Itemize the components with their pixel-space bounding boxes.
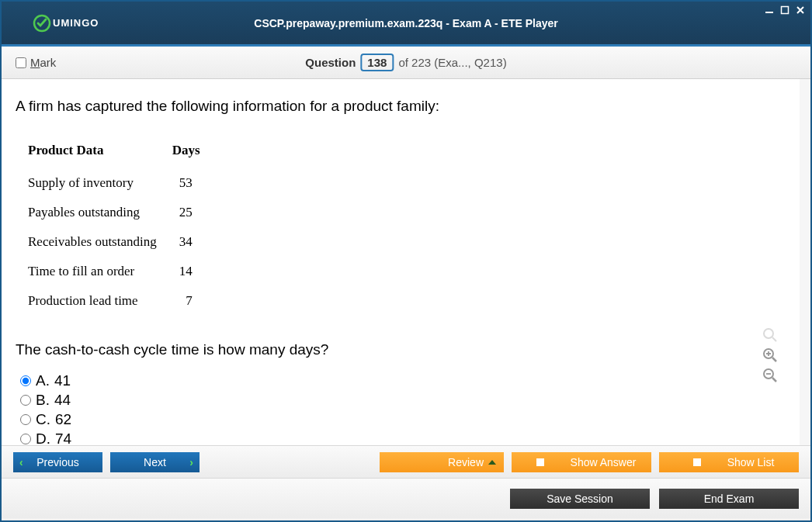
answer-radio[interactable] [20, 395, 31, 406]
zoom-out-icon[interactable] [762, 368, 778, 383]
table-cell-days: 25 [172, 199, 214, 226]
triangle-up-icon [488, 460, 496, 465]
table-row: Production lead time7 [28, 287, 214, 315]
answer-options: A.41B.44C.62D.74 [20, 372, 786, 445]
table-cell-label: Production lead time [28, 287, 171, 315]
brand-text: UMINGO [53, 17, 99, 29]
mark-checkbox[interactable] [16, 57, 26, 68]
chevron-right-icon: › [189, 456, 193, 468]
save-session-button[interactable]: Save Session [510, 489, 650, 509]
table-header-days: Days [172, 137, 214, 168]
mark-label: Mark [30, 56, 56, 69]
show-answer-button[interactable]: Show Answer [512, 452, 651, 472]
zoom-in-icon[interactable] [762, 347, 778, 363]
svg-point-3 [764, 329, 773, 338]
chevron-left-icon: ‹ [19, 456, 23, 468]
table-cell-label: Payables outstanding [28, 199, 171, 226]
table-cell-days: 53 [172, 169, 214, 197]
option-value: 74 [55, 430, 71, 445]
option-letter: B. [36, 392, 50, 409]
table-cell-days: 34 [172, 228, 214, 256]
end-exam-button[interactable]: End Exam [659, 489, 799, 509]
stop-icon [693, 458, 701, 466]
close-button[interactable] [795, 5, 806, 16]
show-list-button[interactable]: Show List [659, 452, 799, 472]
question-content: A firm has captured the following inform… [2, 79, 810, 445]
option-letter: A. [36, 372, 50, 389]
answer-radio[interactable] [20, 375, 31, 386]
table-cell-label: Supply of inventory [28, 169, 171, 197]
answer-option[interactable]: A.41 [20, 372, 786, 389]
session-footer: Save Session End Exam [2, 478, 810, 518]
table-cell-days: 14 [172, 258, 214, 285]
question-total: of 223 (Exa..., Q213) [398, 56, 506, 69]
question-prompt: A firm has captured the following inform… [16, 98, 786, 115]
window-controls [764, 5, 806, 16]
stop-icon [536, 458, 544, 466]
sub-question: The cash-to-cash cycle time is how many … [16, 341, 786, 358]
question-label: Question [305, 56, 356, 69]
title-bar: UMINGO CSCP.prepaway.premium.exam.223q -… [2, 2, 810, 47]
option-value: 62 [55, 411, 71, 428]
table-header-product: Product Data [28, 137, 171, 168]
answer-option[interactable]: C.62 [20, 411, 786, 428]
answer-radio[interactable] [20, 414, 31, 425]
svg-rect-1 [765, 12, 773, 13]
window-title: CSCP.prepaway.premium.exam.223q - Exam A… [254, 17, 557, 29]
table-cell-days: 7 [172, 287, 214, 315]
option-letter: D. [36, 430, 50, 445]
checkmark-icon [33, 14, 51, 33]
question-info: Question 138 of 223 (Exa..., Q213) [305, 54, 506, 71]
answer-radio[interactable] [20, 434, 31, 444]
svg-rect-2 [782, 7, 789, 14]
mark-checkbox-wrap: Mark [16, 56, 56, 69]
review-button[interactable]: Review [380, 452, 504, 472]
question-number[interactable]: 138 [360, 54, 394, 71]
next-button[interactable]: Next › [110, 452, 200, 472]
product-data-table: Product Data Days Supply of inventory53P… [26, 135, 216, 316]
maximize-button[interactable] [779, 5, 790, 16]
nav-footer: ‹ Previous Next › Review Show Answer Sho… [2, 445, 810, 478]
option-value: 41 [54, 372, 71, 389]
question-bar: Mark Question 138 of 223 (Exa..., Q213) [2, 47, 810, 79]
app-logo: UMINGO [33, 14, 99, 33]
previous-button[interactable]: ‹ Previous [13, 452, 102, 472]
table-cell-label: Receivables outstanding [28, 228, 171, 256]
table-row: Receivables outstanding34 [28, 228, 214, 256]
minimize-button[interactable] [764, 5, 775, 16]
answer-option[interactable]: D.74 [20, 430, 786, 445]
answer-option[interactable]: B.44 [20, 392, 786, 409]
table-cell-label: Time to fill an order [28, 258, 171, 285]
search-icon[interactable] [762, 327, 778, 343]
table-row: Payables outstanding25 [28, 199, 214, 226]
option-value: 44 [54, 392, 71, 409]
option-letter: C. [36, 411, 50, 428]
table-row: Supply of inventory53 [28, 169, 214, 197]
table-row: Time to fill an order14 [28, 258, 214, 285]
zoom-tools [762, 327, 778, 383]
